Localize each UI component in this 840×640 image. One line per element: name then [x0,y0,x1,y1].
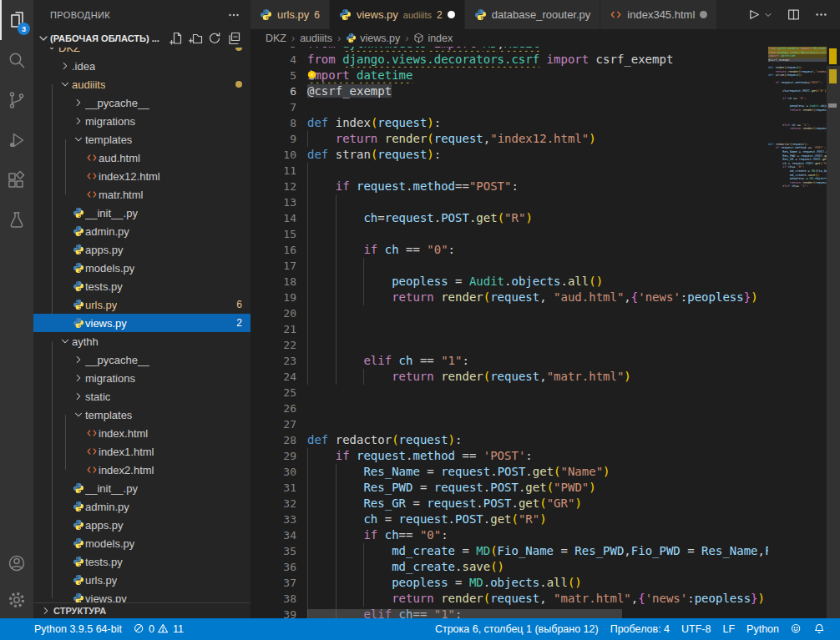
breadcrumb-item-views.py[interactable]: views.py [346,33,400,44]
activity-item-settings[interactable] [0,582,33,618]
breadcrumb-item-index[interactable]: index [413,33,453,44]
tree-item-__init__.py[interactable]: __init__.py [33,479,250,497]
code-line-5[interactable]: 5import datetime [250,68,768,83]
minimap[interactable]: from aythh.models import MD,Auditfrom dj… [768,47,827,618]
tree-item-migrations[interactable]: migrations [33,112,250,130]
outline-section-header[interactable]: СТРУКТУРА [33,602,250,618]
code-line-38[interactable]: 38 return render(request, "matr.html",{'… [250,591,768,607]
activity-item-search[interactable] [0,40,33,80]
split-editor-icon[interactable] [787,8,801,22]
tree-item-matr.html[interactable]: matr.html [33,185,250,204]
code-line-25[interactable]: 25 [250,385,768,401]
tree-item-models.py[interactable]: models.py [33,259,250,277]
refresh-icon[interactable] [208,32,221,45]
code-line-23[interactable]: 23 elif ch == "1": [250,353,768,369]
activity-item-run-debug[interactable] [0,120,33,160]
tab-views.py[interactable]: views.pyaudiiits2 [330,0,465,29]
code-line-24[interactable]: 24 return render(request,"matr.html") [250,369,768,385]
tree-item-.idea[interactable]: .idea [33,57,250,75]
code-line-15[interactable]: 15 [250,226,768,242]
code-line-35[interactable]: 35 md_create = MD(Fio_Name = Res_PWD,Fio… [250,543,768,559]
code-line-33[interactable]: 33 ch = request.POST.get("R") [250,511,768,527]
code-line-29[interactable]: 29 if request.method == 'POST': [250,448,768,464]
code-line-21[interactable]: 21 [250,321,768,337]
code-line-7[interactable]: 7 [250,99,768,115]
activity-item-extensions[interactable] [0,160,33,200]
dirty-indicator[interactable] [700,11,707,18]
code-line-26[interactable]: 26 [250,401,768,416]
code-line-9[interactable]: 9 return render(request,"index12.html") [250,131,768,147]
indentation-setting[interactable]: Пробелов: 4 [605,623,676,635]
python-interpreter[interactable]: Python 3.9.5 64-bit [28,623,128,635]
code-line-6[interactable]: 6@csrf_exempt [250,83,768,99]
tree-item-index12.html[interactable]: index12.html [33,167,250,185]
code-line-22[interactable]: 22 [250,337,768,353]
tree-item-models.py[interactable]: models.py [33,534,250,552]
activity-item-account[interactable] [0,545,33,582]
tab-index345.html[interactable]: index345.html [600,0,717,29]
tree-item-__init__.py[interactable]: __init__.py [33,204,250,222]
tree-item-admin.py[interactable]: admin.py [33,222,250,240]
tab-database_roouter.py[interactable]: database_roouter.py [465,0,601,29]
sidebar-more-actions[interactable] [227,8,240,22]
code-line-10[interactable]: 10def stran(request): [250,147,768,163]
tree-item-views.py[interactable]: views.py2 [33,314,250,332]
tree-item-urls.py[interactable]: urls.py [33,571,250,589]
activity-item-explorer[interactable]: 3 [0,0,33,40]
code-line-16[interactable]: 16 if ch == "0": [250,242,768,258]
tree-item-apps.py[interactable]: apps.py [33,516,250,534]
new-folder-icon[interactable] [189,32,202,45]
workspace-section-header[interactable]: (РАБОЧАЯ ОБЛАСТЬ) ... [33,29,250,48]
code-line-37[interactable]: 37 peopless = MD.objects.all() [250,575,768,591]
tree-item-admin.py[interactable]: admin.py [33,497,250,516]
tree-item-index1.html[interactable]: index1.html [33,442,250,461]
tree-item-templates[interactable]: templates [33,406,250,424]
overview-ruler[interactable] [827,47,840,618]
horizontal-scrollbar[interactable] [307,609,622,618]
tree-item-static[interactable]: static [33,387,250,406]
tree-item-templates[interactable]: templates [33,130,250,149]
problems-indicator[interactable]: 0 11 [128,623,190,635]
tree-item-views.py[interactable]: views.py [33,589,250,602]
code-line-36[interactable]: 36 md_create.save() [250,559,768,575]
code-line-27[interactable]: 27 [250,416,768,432]
tree-item-aythh[interactable]: aythh [33,332,250,350]
run-icon[interactable] [746,8,760,22]
eol-setting[interactable]: LF [716,623,741,635]
tree-item-tests.py[interactable]: tests.py [33,552,250,571]
code-line-20[interactable]: 20 [250,305,768,321]
code-line-13[interactable]: 13 [250,194,768,210]
tree-item-DKZ[interactable]: DKZ [33,48,250,57]
language-mode[interactable]: Python [741,623,785,635]
dirty-indicator[interactable] [448,11,455,18]
vertical-scrollbar[interactable] [827,66,840,618]
tree-item-apps.py[interactable]: apps.py [33,240,250,259]
code-line-28[interactable]: 28def redactor(request): [250,432,768,448]
tree-item-aud.html[interactable]: aud.html [33,149,250,167]
code-line-18[interactable]: 18 peopless = Audit.objects.all() [250,274,768,290]
code-line-34[interactable]: 34 if ch== "0": [250,527,768,543]
code-line-4[interactable]: 4from django.views.decorators.csrf impor… [250,52,768,68]
tree-item-tests.py[interactable]: tests.py [33,277,250,295]
tree-item-index.html[interactable]: index.html [33,424,250,442]
code-line-12[interactable]: 12 if request.method=="POST": [250,179,768,194]
tree-item-__pycache__[interactable]: __pycache__ [33,93,250,112]
collapse-all-icon[interactable] [227,32,240,45]
encoding-setting[interactable]: UTF-8 [676,623,716,635]
breadcrumb-item-DKZ[interactable]: DKZ [266,33,286,44]
code-line-11[interactable]: 11 [250,163,768,179]
code-line-31[interactable]: 31 Res_PWD = request.POST.get("PWD") [250,480,768,496]
tree-item-index2.html[interactable]: index2.html [33,461,250,479]
code-line-19[interactable]: 19 return render(request, "aud.html",{'n… [250,290,768,305]
feedback-button[interactable] [785,623,808,635]
code-line-14[interactable]: 14 ch=request.POST.get("R") [250,210,768,226]
code-line-32[interactable]: 32 Res_GR = request.POST.get("GR") [250,496,768,511]
code-editor[interactable]: 3from aythh.models import MD,Audit4from … [250,47,840,618]
tree-item-audiiits[interactable]: audiiits [33,75,250,93]
tree-item-urls.py[interactable]: urls.py6 [33,295,250,314]
tab-urls.py[interactable]: urls.py6 [250,0,330,29]
new-file-icon[interactable] [170,32,183,45]
quick-fix-lightbulb-icon[interactable] [306,69,318,82]
breadcrumb-item-audiiits[interactable]: audiiits [300,33,332,44]
run-dropdown-icon[interactable] [763,10,773,20]
